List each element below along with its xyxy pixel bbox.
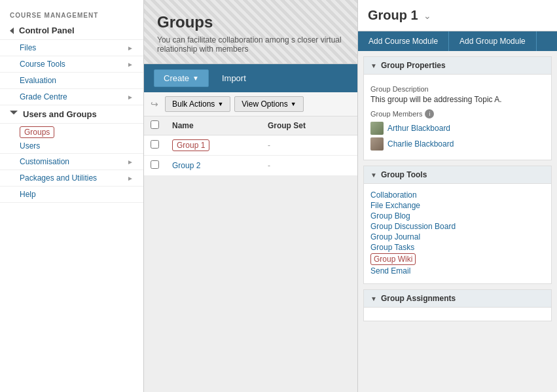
tool-link-send-email[interactable]: Send Email [370, 266, 545, 276]
group-tools-section: ▼ Group Tools CollaborationFile Exchange… [363, 166, 552, 284]
group-title: Group 1 [368, 8, 418, 23]
add-group-module-label: Add Group Module [459, 37, 526, 46]
customisation-label: Customisation [20, 157, 69, 166]
row-0-group-set-value: - [268, 141, 270, 150]
assignments-toggle-icon: ▼ [370, 295, 377, 302]
row-1-name-cell: Group 2 [166, 156, 261, 176]
create-button[interactable]: Create ▼ [154, 69, 209, 87]
packages-arrow-icon: ► [127, 175, 134, 182]
row-0-checkbox-cell [144, 135, 166, 156]
arthur-avatar [370, 122, 384, 135]
tools-toggle-icon: ▼ [370, 171, 377, 179]
course-tools-arrow-icon: ► [127, 61, 134, 68]
groups-table: Name Group Set Group 1-Group 2- [144, 116, 357, 176]
sidebar-item-customisation[interactable]: Customisation ► [0, 154, 143, 170]
row-1-checkbox[interactable] [151, 160, 159, 169]
select-all-checkbox[interactable] [151, 120, 159, 129]
properties-toggle-icon: ▼ [370, 62, 377, 69]
indent-icon: ↪ [151, 99, 158, 109]
groups-page-title: Groups [157, 13, 344, 31]
table-row: Group 2- [144, 156, 357, 176]
view-options-label: View Options [242, 99, 287, 109]
description-value: This group will be addressing Topic A. [370, 95, 545, 104]
sidebar-item-course-tools[interactable]: Course Tools ► [0, 56, 143, 73]
sidebar-item-help[interactable]: Help [0, 187, 143, 203]
row-0-checkbox[interactable] [151, 140, 159, 149]
member-charlie-row: Charlie Blackboard [370, 137, 545, 151]
files-arrow-icon: ► [127, 45, 134, 52]
groups-link[interactable]: Groups [20, 126, 54, 138]
groups-toolbar: Create ▼ Import [144, 64, 357, 92]
name-column-header: Name [166, 116, 261, 135]
table-row: Group 1- [144, 135, 357, 156]
row-0-name-cell: Group 1 [166, 135, 261, 156]
sidebar-item-packages[interactable]: Packages and Utilities ► [0, 170, 143, 187]
add-group-module-tab[interactable]: Add Group Module [449, 31, 537, 51]
group-assignments-title: Group Assignments [381, 294, 456, 303]
add-course-module-tab[interactable]: Add Course Module [358, 31, 449, 51]
help-label: Help [20, 190, 36, 199]
arthur-name[interactable]: Arthur Blackboard [387, 124, 450, 133]
group-set-column-header: Group Set [261, 116, 357, 135]
group-title-chevron-icon: ⌄ [423, 10, 431, 21]
bulk-actions-arrow-icon: ▼ [217, 101, 223, 107]
members-label-row: Group Members i [370, 109, 545, 118]
add-course-module-label: Add Course Module [368, 37, 438, 46]
users-groups-label: Users and Groups [23, 109, 97, 119]
sidebar-item-grade-centre[interactable]: Grade Centre ► [0, 89, 143, 105]
module-tabs: Add Course Module Add Group Module [358, 31, 557, 51]
row-0-group-set-cell: - [261, 135, 357, 156]
packages-label: Packages and Utilities [20, 173, 97, 183]
row-1-group-set-value: - [268, 161, 270, 170]
tool-link-group-tasks[interactable]: Group Tasks [370, 243, 545, 252]
group-assignments-header: ▼ Group Assignments [364, 290, 551, 308]
control-panel-arrow-icon [10, 27, 14, 34]
users-groups-children: Groups Users [0, 124, 143, 154]
grade-centre-label: Grade Centre [20, 92, 67, 101]
groups-list-toolbar: ↪ Bulk Actions ▼ View Options ▼ [144, 92, 357, 116]
import-button[interactable]: Import [215, 70, 253, 86]
group-tools-title: Group Tools [381, 170, 427, 179]
description-label: Group Description [370, 85, 545, 93]
groups-list-container: ↪ Bulk Actions ▼ View Options ▼ Name Gro… [144, 92, 357, 176]
sidebar-item-files[interactable]: Files ► [0, 40, 143, 56]
right-panel: Group 1 ⌄ Add Course Module Add Group Mo… [357, 0, 557, 392]
view-options-button[interactable]: View Options ▼ [234, 96, 303, 112]
import-label: Import [222, 73, 246, 83]
members-info-icon: i [425, 109, 434, 118]
view-options-arrow-icon: ▼ [291, 101, 296, 107]
table-header-row: Name Group Set [144, 116, 357, 135]
tool-link-group-blog[interactable]: Group Blog [370, 211, 545, 221]
tool-link-group-discussion[interactable]: Group Discussion Board [370, 222, 545, 231]
grade-centre-arrow-icon: ► [127, 94, 134, 101]
bulk-actions-label: Bulk Actions [172, 99, 215, 109]
create-label: Create [164, 73, 189, 83]
row-1-checkbox-cell [144, 156, 166, 176]
tool-link-group-journal[interactable]: Group Journal [370, 232, 545, 241]
sidebar-control-panel: Control Panel [0, 22, 143, 40]
customisation-arrow-icon: ► [127, 158, 134, 166]
main-content: Groups You can facilitate collaboration … [144, 0, 357, 392]
evaluation-label: Evaluation [20, 76, 56, 85]
groups-header: Groups You can facilitate collaboration … [144, 0, 357, 64]
users-link[interactable]: Users [20, 141, 40, 151]
group-properties-header: ▼ Group Properties [364, 57, 551, 75]
groups-child-item[interactable]: Groups [20, 126, 134, 138]
users-groups-toggle-icon [10, 111, 18, 118]
tool-link-group-wiki[interactable]: Group Wiki [370, 253, 416, 265]
tool-link-file-exchange[interactable]: File Exchange [370, 201, 545, 210]
group-0-link[interactable]: Group 1 [172, 139, 209, 151]
row-1-group-set-cell: - [261, 156, 357, 176]
sidebar-item-evaluation[interactable]: Evaluation [0, 73, 143, 89]
charlie-name[interactable]: Charlie Blackboard [387, 139, 454, 149]
users-child-item[interactable]: Users [20, 141, 134, 151]
member-arthur-row: Arthur Blackboard [370, 122, 545, 135]
group-assignments-section: ▼ Group Assignments [363, 289, 552, 321]
bulk-actions-button[interactable]: Bulk Actions ▼ [165, 96, 230, 112]
tool-link-collaboration[interactable]: Collaboration [370, 190, 545, 200]
charlie-avatar [370, 137, 384, 151]
sidebar-users-groups[interactable]: Users and Groups [0, 105, 143, 124]
groups-description: You can facilitate collaboration among s… [157, 35, 344, 54]
group-1-link[interactable]: Group 2 [172, 161, 200, 170]
group-assignments-content [364, 308, 551, 321]
